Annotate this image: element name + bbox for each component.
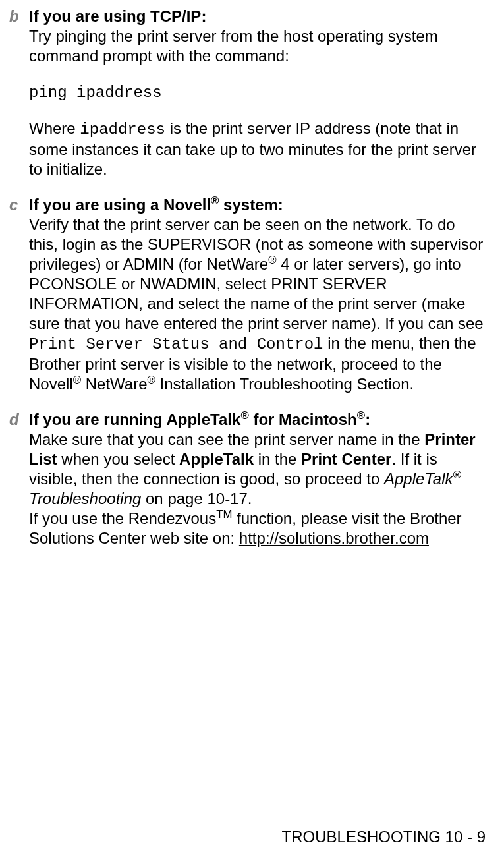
- title-b: If you are using TCP/IP:: [29, 7, 206, 25]
- letter-b: b: [9, 7, 19, 26]
- title-d: If you are running AppleTalk® for Macint…: [29, 411, 370, 428]
- letter-c: c: [9, 195, 18, 215]
- section-b: b If you are using TCP/IP: Try pinging t…: [14, 7, 486, 179]
- body-c: Verify that the print server can be seen…: [29, 215, 484, 393]
- body-d-2: If you use the RendezvousTM function, pl…: [29, 509, 462, 547]
- body-b-1: Try pinging the print server from the ho…: [29, 27, 438, 65]
- page-footer: TROUBLESHOOTING 10 - 9: [282, 827, 486, 847]
- letter-d: d: [9, 410, 19, 430]
- section-c: c If you are using a Novell® system: Ver…: [14, 195, 486, 394]
- link-brother[interactable]: http://solutions.brother.com: [239, 529, 429, 547]
- section-c-content: If you are using a Novell® system: Verif…: [29, 195, 486, 394]
- section-d-content: If you are running AppleTalk® for Macint…: [29, 410, 486, 548]
- section-b-content: If you are using TCP/IP: Try pinging the…: [29, 7, 486, 179]
- body-b-2: Where ipaddress is the print server IP a…: [29, 119, 476, 178]
- title-c: If you are using a Novell® system:: [29, 196, 283, 214]
- command-b: ping ipaddress: [29, 84, 162, 101]
- body-d-1: Make sure that you can see the print ser…: [29, 430, 476, 507]
- section-d: d If you are running AppleTalk® for Maci…: [14, 410, 486, 548]
